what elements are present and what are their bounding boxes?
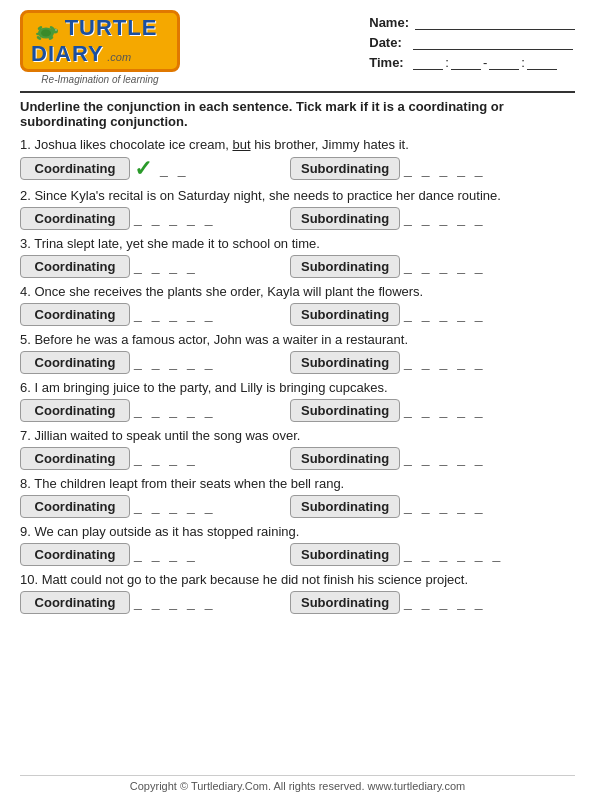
left-group-2: Coordinating _ _ _ _ _ [20, 207, 290, 230]
question-3: 3. Trina slept late, yet she made it to … [20, 236, 575, 278]
question-after-1: his brother, Jimmy hates it. [251, 137, 409, 152]
subordinating-button-10[interactable]: Subordinating [290, 591, 400, 614]
question-text-8: 8. The children leapt from their seats w… [20, 476, 575, 491]
subordinating-button-8[interactable]: Subordinating [290, 495, 400, 518]
turtle-icon [31, 21, 61, 43]
question-text-9: 9. We can play outside as it has stopped… [20, 524, 575, 539]
question-text-6: 6. I am bringing juice to the party, and… [20, 380, 575, 395]
dashes-left-2: _ _ _ _ _ [134, 210, 216, 226]
dashes-left-4: _ _ _ _ _ [134, 306, 216, 322]
question-number-1: 1. [20, 137, 34, 152]
subordinating-button-6[interactable]: Subordinating [290, 399, 400, 422]
coordinating-button-8[interactable]: Coordinating [20, 495, 130, 518]
subordinating-button-5[interactable]: Subordinating [290, 351, 400, 374]
right-group-2: Subordinating _ _ _ _ _ [290, 207, 490, 230]
question-text-1: 1. Joshua likes chocolate ice cream, but… [20, 137, 575, 152]
time-inputs: : - : [413, 54, 557, 70]
time-dash: - [483, 55, 487, 70]
time-h1[interactable] [413, 54, 443, 70]
coordinating-button-1[interactable]: Coordinating [20, 157, 130, 180]
right-group-7: Subordinating _ _ _ _ _ [290, 447, 490, 470]
question-4: 4. Once she receives the plants she orde… [20, 284, 575, 326]
left-group-5: Coordinating _ _ _ _ _ [20, 351, 290, 374]
subordinating-button-7[interactable]: Subordinating [290, 447, 400, 470]
left-group-1: Coordinating ✓ _ _ [20, 156, 290, 182]
right-group-6: Subordinating _ _ _ _ _ [290, 399, 490, 422]
question-text-2: 2. Since Kyla's recital is on Saturday n… [20, 188, 575, 203]
subordinating-button-1[interactable]: Subordinating [290, 157, 400, 180]
subordinating-button-4[interactable]: Subordinating [290, 303, 400, 326]
answer-row-7: Coordinating _ _ _ _Subordinating _ _ _ … [20, 447, 575, 470]
answer-row-5: Coordinating _ _ _ _ _Subordinating _ _ … [20, 351, 575, 374]
question-text-5: 5. Before he was a famous actor, John wa… [20, 332, 575, 347]
dashes-right-9: _ _ _ _ _ _ [404, 546, 503, 562]
dashes-right-8: _ _ _ _ _ [404, 498, 486, 514]
dashes-right-7: _ _ _ _ _ [404, 450, 486, 466]
subordinating-button-9[interactable]: Subordinating [290, 543, 400, 566]
coordinating-button-10[interactable]: Coordinating [20, 591, 130, 614]
time-h2[interactable] [489, 54, 519, 70]
right-group-8: Subordinating _ _ _ _ _ [290, 495, 490, 518]
checkmark-coordinating-1: ✓ [134, 156, 152, 182]
dashes-right-5: _ _ _ _ _ [404, 354, 486, 370]
name-line[interactable] [415, 14, 575, 30]
dashes-right-6: _ _ _ _ _ [404, 402, 486, 418]
date-line[interactable] [413, 34, 573, 50]
question-10: 10. Matt could not go to the park becaus… [20, 572, 575, 614]
left-group-4: Coordinating _ _ _ _ _ [20, 303, 290, 326]
question-7: 7. Jillian waited to speak until the son… [20, 428, 575, 470]
left-group-6: Coordinating _ _ _ _ _ [20, 399, 290, 422]
coordinating-button-3[interactable]: Coordinating [20, 255, 130, 278]
dashes-left-9: _ _ _ _ [134, 546, 198, 562]
name-field: Name: [369, 14, 575, 30]
name-label: Name: [369, 15, 409, 30]
logo-dotcom: .com [107, 51, 131, 63]
time-field: Time: : - : [369, 54, 557, 70]
dashes-right-2: _ _ _ _ _ [404, 210, 486, 226]
question-8: 8. The children leapt from their seats w… [20, 476, 575, 518]
dashes-left-8: _ _ _ _ _ [134, 498, 216, 514]
coordinating-button-5[interactable]: Coordinating [20, 351, 130, 374]
left-group-8: Coordinating _ _ _ _ _ [20, 495, 290, 518]
dashes-left-3: _ _ _ _ [134, 258, 198, 274]
left-group-10: Coordinating _ _ _ _ _ [20, 591, 290, 614]
subordinating-button-3[interactable]: Subordinating [290, 255, 400, 278]
form-fields: Name: Date: Time: : - : [369, 10, 575, 70]
question-text-10: 10. Matt could not go to the park becaus… [20, 572, 575, 587]
answer-row-10: Coordinating _ _ _ _ _Subordinating _ _ … [20, 591, 575, 614]
question-text-3: 3. Trina slept late, yet she made it to … [20, 236, 575, 251]
instructions-text: Underline the conjunction in each senten… [20, 99, 575, 129]
left-group-7: Coordinating _ _ _ _ [20, 447, 290, 470]
svg-point-4 [56, 29, 57, 30]
questions-container: 1. Joshua likes chocolate ice cream, but… [20, 137, 575, 614]
instructions: Underline the conjunction in each senten… [20, 91, 575, 129]
dashes-left-5: _ _ _ _ _ [134, 354, 216, 370]
coordinating-button-2[interactable]: Coordinating [20, 207, 130, 230]
time-m1[interactable] [451, 54, 481, 70]
answer-row-4: Coordinating _ _ _ _ _Subordinating _ _ … [20, 303, 575, 326]
question-2: 2. Since Kyla's recital is on Saturday n… [20, 188, 575, 230]
footer-text: Copyright © Turtlediary.Com. All rights … [130, 780, 465, 792]
time-colon1: : [445, 55, 449, 70]
question-1: 1. Joshua likes chocolate ice cream, but… [20, 137, 575, 182]
answer-row-6: Coordinating _ _ _ _ _Subordinating _ _ … [20, 399, 575, 422]
coordinating-button-7[interactable]: Coordinating [20, 447, 130, 470]
dashes-left-7: _ _ _ _ [134, 450, 198, 466]
dashes-left-6: _ _ _ _ _ [134, 402, 216, 418]
coordinating-button-4[interactable]: Coordinating [20, 303, 130, 326]
time-label: Time: [369, 55, 407, 70]
time-m2[interactable] [527, 54, 557, 70]
right-group-5: Subordinating _ _ _ _ _ [290, 351, 490, 374]
time-colon2: : [521, 55, 525, 70]
question-text-4: 4. Once she receives the plants she orde… [20, 284, 575, 299]
question-9: 9. We can play outside as it has stopped… [20, 524, 575, 566]
logo-area: TURTLE DIARY .com Re-Imagination of lear… [20, 10, 180, 85]
dashes-right-10: _ _ _ _ _ [404, 594, 486, 610]
coordinating-button-6[interactable]: Coordinating [20, 399, 130, 422]
subordinating-button-2[interactable]: Subordinating [290, 207, 400, 230]
answer-row-8: Coordinating _ _ _ _ _Subordinating _ _ … [20, 495, 575, 518]
logo-box: TURTLE DIARY .com [20, 10, 180, 72]
answer-row-9: Coordinating _ _ _ _Subordinating _ _ _ … [20, 543, 575, 566]
coordinating-button-9[interactable]: Coordinating [20, 543, 130, 566]
dashes-right-3: _ _ _ _ _ [404, 258, 486, 274]
